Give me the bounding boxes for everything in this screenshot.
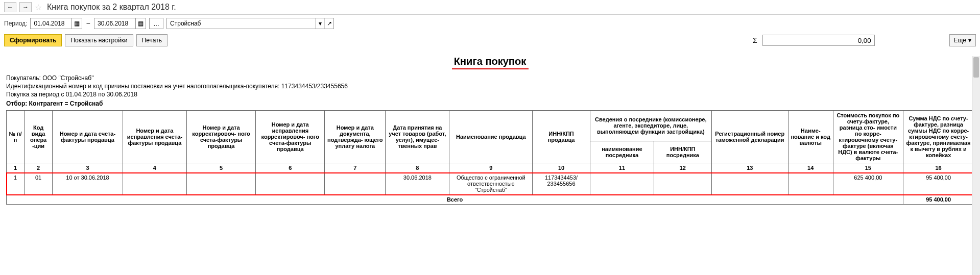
purchases-table: № п/п Код вида опера -ции Номер и дата с… [6, 110, 974, 205]
cell: 625 400,00 [833, 173, 903, 195]
date-separator: – [86, 20, 90, 27]
col-num: 5 [186, 163, 255, 173]
org-input[interactable] [167, 19, 315, 28]
col-header: Сведения о посреднике (комиссионере, аге… [590, 111, 711, 141]
filter-line: Отбор: Контрагент = Стройснаб [6, 100, 974, 107]
col-num: 2 [25, 163, 53, 173]
inn-line: Идентификационный номер и код причины по… [6, 83, 974, 90]
date-from-field[interactable]: ▦ [30, 18, 82, 29]
col-num: 1 [7, 163, 25, 173]
col-header: Номер и дата исправления корректировоч- … [256, 111, 325, 163]
report-title: Книга покупок [6, 56, 974, 67]
col-header: ИНН/КПП посредника [654, 141, 712, 163]
col-num: 12 [654, 163, 712, 173]
col-header: Номер и дата счета-фактуры продавца [53, 111, 123, 163]
date-to-input[interactable] [94, 19, 135, 28]
show-settings-button[interactable]: Показать настройки [65, 34, 133, 46]
favorite-icon[interactable]: ☆ [35, 3, 42, 12]
nav-back-button[interactable]: ← [4, 2, 16, 12]
col-header: № п/п [7, 111, 25, 163]
col-num: 13 [711, 163, 788, 173]
cell: Общество с ограниченной ответственностью… [449, 173, 533, 195]
calendar-icon[interactable]: ▦ [135, 18, 146, 29]
col-num: 11 [590, 163, 654, 173]
date-from-input[interactable] [31, 19, 71, 28]
nav-forward-button[interactable]: → [19, 2, 32, 12]
col-num: 7 [325, 163, 386, 173]
org-field[interactable]: ▾ ↗ [166, 18, 334, 29]
col-header: наименование посредника [590, 141, 654, 163]
total-row: Всего 95 400,00 [7, 195, 974, 205]
col-header: Дата принятия на учет товаров (работ, ус… [386, 111, 449, 163]
cell [123, 173, 186, 195]
period-line: Покупка за период с 01.04.2018 по 30.06.… [6, 91, 974, 98]
col-header: Номер и дата корректировоч- ного счета-ф… [186, 111, 255, 163]
cell [256, 173, 325, 195]
col-num: 9 [449, 163, 533, 173]
col-num: 8 [386, 163, 449, 173]
col-header: Регистрационный номер таможенной деклара… [711, 111, 788, 163]
page-title: Книга покупок за 2 квартал 2018 г. [47, 3, 176, 12]
more-label: Еще [954, 37, 966, 44]
form-button[interactable]: Сформировать [4, 34, 62, 46]
cell: 95 400,00 [903, 173, 974, 195]
cell: 1173434453/ 233455656 [533, 173, 590, 195]
cell [788, 173, 833, 195]
col-num: 16 [903, 163, 974, 173]
scrollbar-thumb[interactable] [973, 57, 979, 78]
cell: 1 [7, 173, 25, 195]
date-to-field[interactable]: ▦ [94, 18, 146, 29]
title-underline [452, 68, 529, 69]
cell [654, 173, 712, 195]
print-button[interactable]: Печать [136, 34, 168, 46]
period-label: Период: [4, 20, 27, 27]
col-header: Наиме- нование и код валюты [788, 111, 833, 163]
cell [590, 173, 654, 195]
col-header: Сумма НДС по счету-фактуре, разница сумм… [903, 111, 974, 163]
calendar-icon[interactable]: ▦ [71, 18, 82, 29]
col-header: Номер и дата документа, подтвержда- ющег… [325, 111, 386, 163]
col-num: 6 [256, 163, 325, 173]
col-num: 10 [533, 163, 590, 173]
col-header: Стоимость покупок по счету-фактуре, разн… [833, 111, 903, 163]
vertical-scrollbar[interactable] [972, 56, 980, 209]
cell [711, 173, 788, 195]
total-value: 95 400,00 [903, 195, 974, 205]
col-num: 3 [53, 163, 123, 173]
col-header: Наименование продавца [449, 111, 533, 163]
table-row[interactable]: 1 01 10 от 30.06.2018 30.06.2018 Обществ… [7, 173, 974, 195]
col-num: 4 [123, 163, 186, 173]
col-header: ИНН/КПП продавца [533, 111, 590, 163]
cell [186, 173, 255, 195]
sum-field[interactable] [762, 35, 875, 46]
chevron-down-icon: ▾ [968, 37, 971, 44]
open-external-icon[interactable]: ↗ [324, 18, 333, 29]
col-header: Код вида опера -ции [25, 111, 53, 163]
cell: 30.06.2018 [386, 173, 449, 195]
cell: 01 [25, 173, 53, 195]
more-button[interactable]: Еще ▾ [949, 34, 976, 46]
cell [325, 173, 386, 195]
sigma-icon: Σ [753, 36, 757, 44]
chevron-down-icon[interactable]: ▾ [315, 18, 324, 29]
col-header: Номер и дата исправления счета-фактуры п… [123, 111, 186, 163]
period-picker-button[interactable]: ... [149, 18, 163, 29]
total-label: Всего [7, 195, 903, 205]
cell: 10 от 30.06.2018 [53, 173, 123, 195]
col-num: 15 [833, 163, 903, 173]
buyer-line: Покупатель: ООО "Стройснаб" [6, 74, 974, 82]
col-num: 14 [788, 163, 833, 173]
